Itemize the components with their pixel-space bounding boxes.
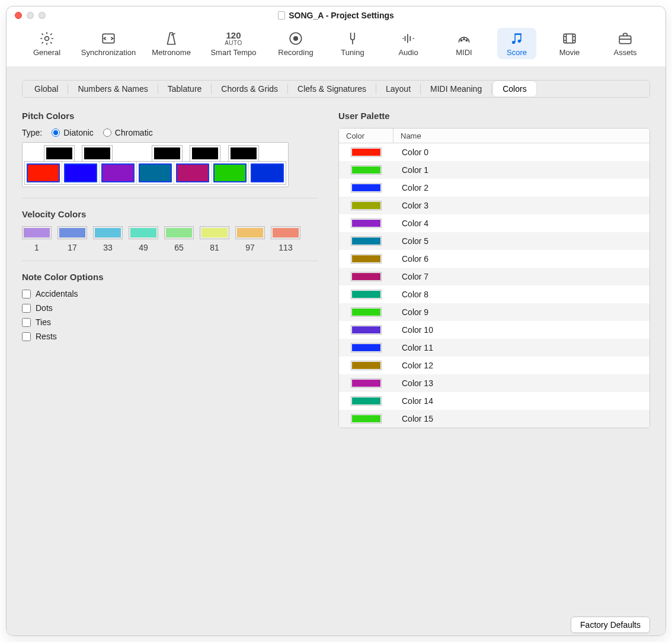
toolbar-recording[interactable]: Recording <box>272 28 319 59</box>
subtab-numbers-names[interactable]: Numbers & Names <box>68 84 157 94</box>
velocity-swatch[interactable]: 17 <box>57 226 87 252</box>
radio-chromatic-input[interactable] <box>103 129 111 137</box>
palette-color-name[interactable]: Color 2 <box>393 183 649 192</box>
palette-color-name[interactable]: Color 15 <box>393 414 649 423</box>
radio-diatonic-input[interactable] <box>52 129 60 137</box>
palette-header-name[interactable]: Name <box>393 129 649 143</box>
toolbar-smart-tempo[interactable]: 120 AUTO Smart Tempo <box>206 28 261 59</box>
velocity-swatch[interactable]: 65 <box>164 226 194 252</box>
palette-row[interactable]: Color 5 <box>339 232 649 250</box>
velocity-swatch[interactable]: 33 <box>93 226 123 252</box>
velocity-swatch[interactable]: 97 <box>235 226 265 252</box>
checkbox[interactable] <box>22 318 31 327</box>
palette-row[interactable]: Color 14 <box>339 392 649 410</box>
note-option-ties[interactable]: Ties <box>22 317 318 327</box>
toolbar-synchronization[interactable]: Synchronization <box>80 28 137 59</box>
palette-swatch-cell[interactable] <box>339 343 393 352</box>
checkbox[interactable] <box>22 304 31 313</box>
pitch-black-key[interactable] <box>82 145 113 162</box>
palette-color-name[interactable]: Color 5 <box>393 236 649 246</box>
velocity-swatch[interactable]: 81 <box>200 226 229 252</box>
radio-diatonic[interactable]: Diatonic <box>52 128 94 137</box>
pitch-black-key[interactable] <box>152 145 183 162</box>
palette-color-name[interactable]: Color 0 <box>393 147 649 157</box>
close-window-button[interactable] <box>15 12 22 19</box>
palette-row[interactable]: Color 12 <box>339 357 649 374</box>
minimize-window-button[interactable] <box>27 12 34 19</box>
palette-swatch-cell[interactable] <box>339 290 393 299</box>
palette-swatch-cell[interactable] <box>339 201 393 210</box>
subtab-chords-grids[interactable]: Chords & Grids <box>212 84 287 94</box>
toolbar-tuning[interactable]: Tuning <box>330 28 375 59</box>
note-option-dots[interactable]: Dots <box>22 303 318 313</box>
palette-swatch-cell[interactable] <box>339 396 393 406</box>
subtab-tablature[interactable]: Tablature <box>158 84 212 94</box>
palette-swatch-cell[interactable] <box>339 307 393 317</box>
palette-color-name[interactable]: Color 10 <box>393 325 649 335</box>
subtab-layout[interactable]: Layout <box>376 84 420 94</box>
palette-row[interactable]: Color 8 <box>339 285 649 303</box>
palette-row[interactable]: Color 10 <box>339 321 649 339</box>
velocity-swatch[interactable]: 113 <box>271 226 300 252</box>
palette-row[interactable]: Color 4 <box>339 214 649 232</box>
checkbox[interactable] <box>22 290 31 298</box>
palette-swatch-cell[interactable] <box>339 361 393 370</box>
palette-swatch-cell[interactable] <box>339 254 393 264</box>
pitch-white-key[interactable] <box>25 162 62 184</box>
palette-swatch-cell[interactable] <box>339 165 393 175</box>
palette-swatch-cell[interactable] <box>339 147 393 157</box>
palette-color-name[interactable]: Color 6 <box>393 254 649 264</box>
palette-swatch-cell[interactable] <box>339 414 393 423</box>
pitch-black-key[interactable] <box>228 145 259 162</box>
toolbar-general[interactable]: General <box>24 28 69 59</box>
pitch-white-key[interactable] <box>62 162 100 184</box>
palette-color-name[interactable]: Color 8 <box>393 290 649 299</box>
pitch-white-key[interactable] <box>100 162 137 184</box>
palette-header-color[interactable]: Color <box>339 129 393 143</box>
palette-swatch-cell[interactable] <box>339 219 393 228</box>
palette-color-name[interactable]: Color 12 <box>393 361 649 370</box>
checkbox[interactable] <box>22 332 31 341</box>
palette-color-name[interactable]: Color 4 <box>393 219 649 228</box>
palette-row[interactable]: Color 2 <box>339 179 649 197</box>
palette-row[interactable]: Color 0 <box>339 143 649 161</box>
palette-color-name[interactable]: Color 11 <box>393 343 649 352</box>
pitch-white-key[interactable] <box>249 162 286 184</box>
palette-color-name[interactable]: Color 3 <box>393 201 649 210</box>
palette-row[interactable]: Color 13 <box>339 374 649 392</box>
subtab-clefs-signatures[interactable]: Clefs & Signatures <box>288 84 376 94</box>
toolbar-score[interactable]: Score <box>497 28 536 59</box>
palette-row[interactable]: Color 6 <box>339 250 649 268</box>
palette-swatch-cell[interactable] <box>339 325 393 335</box>
palette-color-name[interactable]: Color 13 <box>393 378 649 388</box>
palette-color-name[interactable]: Color 9 <box>393 307 649 317</box>
note-option-accidentals[interactable]: Accidentals <box>22 289 318 298</box>
factory-defaults-button[interactable]: Factory Defaults <box>571 617 650 633</box>
velocity-swatch[interactable]: 49 <box>129 226 158 252</box>
toolbar-metronome[interactable]: Metronome <box>148 28 195 59</box>
subtab-midi-meaning[interactable]: MIDI Meaning <box>421 84 491 94</box>
palette-row[interactable]: Color 11 <box>339 339 649 357</box>
palette-row[interactable]: Color 3 <box>339 197 649 214</box>
palette-swatch-cell[interactable] <box>339 378 393 388</box>
pitch-black-key[interactable] <box>44 145 75 162</box>
pitch-black-key[interactable] <box>190 145 220 162</box>
palette-color-name[interactable]: Color 14 <box>393 396 649 406</box>
palette-row[interactable]: Color 1 <box>339 161 649 179</box>
palette-row[interactable]: Color 7 <box>339 268 649 285</box>
palette-color-name[interactable]: Color 1 <box>393 165 649 175</box>
subtab-colors[interactable]: Colors <box>493 81 536 97</box>
pitch-white-key[interactable] <box>212 162 249 184</box>
palette-swatch-cell[interactable] <box>339 183 393 192</box>
toolbar-audio[interactable]: Audio <box>386 28 431 59</box>
pitch-white-key[interactable] <box>174 162 212 184</box>
palette-swatch-cell[interactable] <box>339 236 393 246</box>
toolbar-assets[interactable]: Assets <box>603 28 648 59</box>
toolbar-movie[interactable]: Movie <box>547 28 592 59</box>
radio-chromatic[interactable]: Chromatic <box>103 128 153 137</box>
palette-row[interactable]: Color 15 <box>339 410 649 428</box>
palette-row[interactable]: Color 9 <box>339 303 649 321</box>
pitch-white-key[interactable] <box>137 162 174 184</box>
palette-swatch-cell[interactable] <box>339 272 393 281</box>
note-option-rests[interactable]: Rests <box>22 332 318 341</box>
